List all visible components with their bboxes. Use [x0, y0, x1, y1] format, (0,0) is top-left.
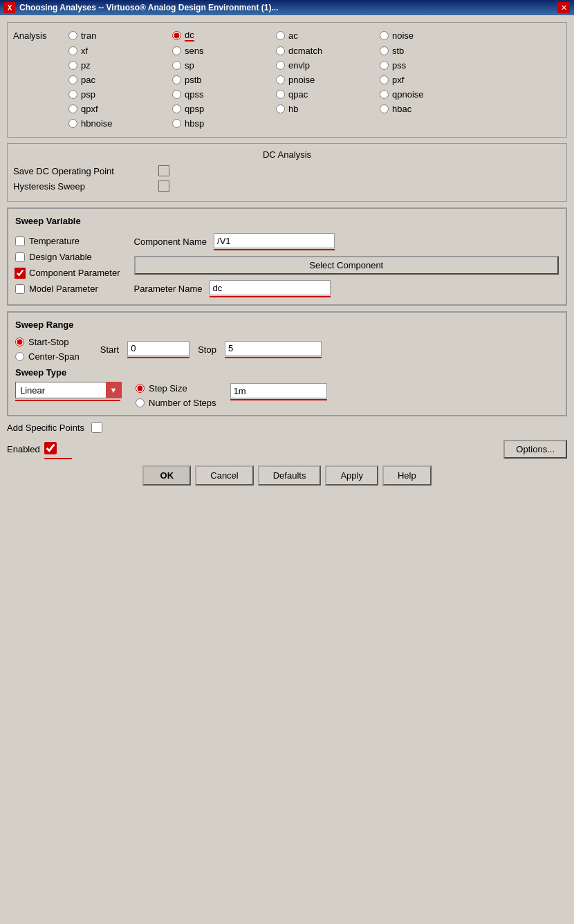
- start-input[interactable]: [127, 341, 189, 356]
- component-name-input[interactable]: [214, 233, 335, 248]
- linear-underline: [15, 400, 120, 401]
- radio-sp[interactable]: sp: [172, 59, 276, 72]
- radio-sens[interactable]: sens: [172, 44, 276, 57]
- number-of-steps-label: Number of Steps: [149, 398, 216, 408]
- radio-stb-label: stb: [392, 46, 404, 56]
- radio-tran[interactable]: tran: [68, 28, 172, 43]
- model-parameter-checkbox[interactable]: [15, 284, 25, 294]
- close-button[interactable]: ✕: [557, 2, 570, 13]
- center-span-radio[interactable]: [15, 352, 24, 361]
- start-stop-radio[interactable]: [15, 338, 24, 346]
- add-specific-points-checkbox[interactable]: [91, 422, 102, 433]
- radio-ac[interactable]: ac: [276, 28, 380, 43]
- radio-pss-label: pss: [392, 60, 406, 71]
- radio-xf[interactable]: xf: [68, 44, 172, 57]
- sweep-type-area: Sweep Type Linear ▼ Step Size: [15, 367, 559, 408]
- radio-envlp-label: envlp: [288, 60, 310, 71]
- linear-dropdown-text: Linear: [16, 385, 106, 396]
- radio-ac-label: ac: [288, 30, 298, 41]
- linear-dropdown[interactable]: Linear ▼: [15, 382, 122, 398]
- enabled-label: Enabled: [7, 444, 40, 454]
- radio-pac-label: pac: [81, 75, 95, 85]
- stop-input[interactable]: [225, 341, 322, 356]
- center-span-radio-label: Center-Span: [28, 351, 80, 362]
- sweep-variable-section: Sweep Variable Temperature Design Variab…: [7, 207, 567, 306]
- radio-pxf[interactable]: pxf: [380, 73, 483, 86]
- radio-qpnoise[interactable]: qpnoise: [380, 88, 483, 101]
- step-size-radio[interactable]: [136, 384, 145, 393]
- cancel-button[interactable]: Cancel: [195, 465, 253, 486]
- bottom-buttons-row: OK Cancel Defaults Apply Help: [7, 465, 567, 486]
- step-size-label: Step Size: [149, 383, 187, 394]
- design-variable-checkbox[interactable]: [15, 252, 25, 262]
- step-value-input[interactable]: [230, 383, 327, 398]
- center-span-radio-item[interactable]: Center-Span: [15, 351, 80, 362]
- component-name-input-wrapper: [214, 233, 335, 250]
- radio-qpac[interactable]: qpac: [276, 88, 380, 101]
- stop-input-wrapper: [225, 341, 322, 358]
- number-of-steps-radio[interactable]: [136, 398, 145, 407]
- component-parameter-checkbox[interactable]: [15, 268, 25, 278]
- defaults-button[interactable]: Defaults: [258, 465, 322, 486]
- title-bar: X Choosing Analyses -- Virtuoso® Analog …: [0, 0, 574, 15]
- radio-dc[interactable]: dc: [172, 28, 276, 43]
- radio-dcmatch[interactable]: dcmatch: [276, 44, 380, 57]
- radio-sp-label: sp: [185, 60, 194, 71]
- radio-dcmatch-label: dcmatch: [288, 46, 322, 56]
- hysteresis-checkbox[interactable]: [158, 181, 169, 192]
- radio-qpxf-label: qpxf: [81, 104, 98, 114]
- window-title: Choosing Analyses -- Virtuoso® Analog De…: [19, 3, 278, 12]
- parameter-name-label: Parameter Name: [134, 284, 203, 294]
- radio-pac[interactable]: pac: [68, 73, 172, 86]
- parameter-name-input-wrapper: [210, 280, 331, 297]
- radio-pnoise[interactable]: pnoise: [276, 73, 380, 86]
- temperature-item[interactable]: Temperature: [15, 236, 120, 246]
- add-specific-points-label: Add Specific Points: [7, 423, 84, 433]
- temperature-checkbox[interactable]: [15, 237, 25, 246]
- parameter-name-input[interactable]: [210, 280, 331, 295]
- radio-hbnoise[interactable]: hbnoise: [68, 117, 172, 130]
- radio-hbac[interactable]: hbac: [380, 102, 483, 115]
- model-parameter-item[interactable]: Model Parameter: [15, 284, 120, 294]
- dropdown-arrow-icon[interactable]: ▼: [106, 382, 121, 398]
- stop-label: Stop: [198, 344, 216, 355]
- sweep-range-section: Sweep Range Start-Stop Center-Span Start: [7, 311, 567, 416]
- radio-qpsp[interactable]: qpsp: [172, 102, 276, 115]
- radio-pnoise-label: pnoise: [288, 75, 315, 85]
- ok-button[interactable]: OK: [142, 465, 191, 486]
- radio-hbsp[interactable]: hbsp: [172, 117, 276, 130]
- radio-noise[interactable]: noise: [380, 28, 483, 43]
- enabled-checkbox[interactable]: [44, 442, 57, 454]
- radio-qpxf[interactable]: qpxf: [68, 102, 172, 115]
- component-parameter-item[interactable]: Component Parameter: [15, 268, 120, 278]
- apply-button[interactable]: Apply: [325, 465, 378, 486]
- save-dc-checkbox[interactable]: [158, 165, 169, 176]
- dc-analysis-title: DC Analysis: [13, 149, 561, 160]
- design-variable-item[interactable]: Design Variable: [15, 252, 120, 262]
- model-parameter-label: Model Parameter: [29, 284, 98, 294]
- radio-psp[interactable]: psp: [68, 88, 172, 101]
- start-stop-radio-label: Start-Stop: [28, 337, 69, 347]
- sweep-variable-title: Sweep Variable: [15, 216, 559, 226]
- radio-qpss[interactable]: qpss: [172, 88, 276, 101]
- radio-dc-label: dc: [185, 30, 194, 41]
- radio-pxf-label: pxf: [392, 75, 404, 85]
- radio-envlp[interactable]: envlp: [276, 59, 380, 72]
- step-size-radio-item[interactable]: Step Size: [136, 383, 216, 394]
- app-icon: X: [4, 2, 15, 13]
- options-button[interactable]: Options...: [503, 440, 567, 459]
- radio-pz[interactable]: pz: [68, 59, 172, 72]
- hysteresis-row: Hysteresis Sweep: [13, 181, 561, 192]
- step-value-input-wrapper: [230, 383, 327, 400]
- help-button[interactable]: Help: [382, 465, 432, 486]
- select-component-button[interactable]: Select Component: [134, 256, 559, 275]
- temperature-label: Temperature: [29, 236, 80, 246]
- radio-pss[interactable]: pss: [380, 59, 483, 72]
- radio-sens-label: sens: [185, 46, 203, 56]
- start-stop-radio-item[interactable]: Start-Stop: [15, 337, 80, 347]
- number-steps-radio-item[interactable]: Number of Steps: [136, 398, 216, 408]
- radio-hb[interactable]: hb: [276, 102, 380, 115]
- radio-pstb[interactable]: pstb: [172, 73, 276, 86]
- radio-xf-label: xf: [81, 46, 88, 56]
- radio-stb[interactable]: stb: [380, 44, 483, 57]
